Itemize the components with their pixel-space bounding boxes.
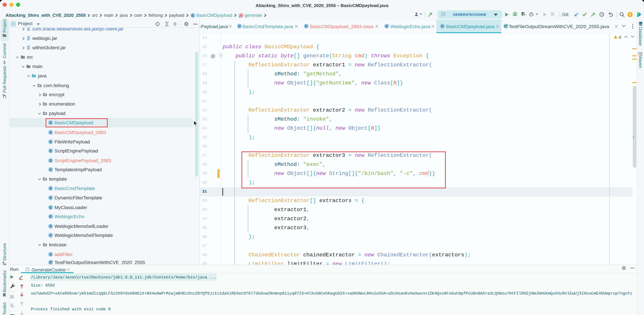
svg-text:C: C [504,24,507,28]
svg-text:C: C [49,140,52,143]
svg-text:C: C [386,24,388,28]
svg-text:C: C [49,196,52,200]
svg-text:C: C [49,206,52,209]
svg-text:C: C [49,261,51,264]
svg-text:C: C [49,234,52,237]
svg-text:C: C [49,215,52,218]
svg-text:C: C [49,131,52,134]
svg-text:C: C [49,149,52,153]
svg-text:C: C [441,24,444,28]
svg-text:C: C [192,13,194,17]
svg-text:C: C [49,224,52,228]
svg-text:C: C [49,187,52,190]
svg-text:C: C [238,24,241,28]
svg-text:C: C [305,24,307,28]
svg-text:C: C [49,159,52,162]
svg-text:C: C [49,253,52,256]
svg-text:C: C [49,168,52,171]
